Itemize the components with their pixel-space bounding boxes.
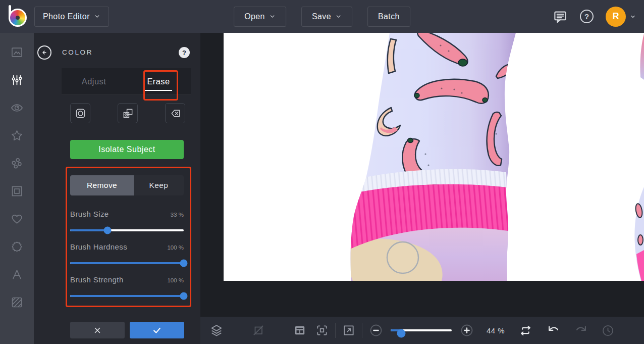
keep-mode-button[interactable]: Keep [134, 175, 184, 195]
tool-sidebar [0, 33, 34, 344]
color-panel: COLOR ? Adjust Erase Isolate Subject Rem… [34, 33, 200, 344]
sidebar-item-badge[interactable] [0, 233, 34, 261]
toolbar-divider [362, 323, 362, 338]
help-icon[interactable]: ? [580, 10, 594, 23]
sidebar-item-graphics[interactable] [0, 150, 34, 177]
cancel-button[interactable] [70, 322, 125, 338]
text-icon [10, 268, 24, 281]
crop-rotate-button[interactable] [252, 324, 265, 337]
artsy-star-icon [10, 129, 24, 142]
brush-size-label: Brush Size [70, 210, 109, 218]
open-external-icon [342, 324, 355, 337]
layout-panels-icon [293, 324, 306, 337]
save-button[interactable]: Save [301, 7, 352, 27]
tab-erase[interactable]: Erase [126, 68, 191, 94]
compare-button[interactable] [519, 324, 532, 337]
panel-help-icon[interactable]: ? [179, 47, 190, 58]
brush-strength-slider[interactable] [70, 295, 184, 297]
tab-adjust[interactable]: Adjust [62, 68, 126, 94]
befunky-logo[interactable] [8, 7, 28, 27]
effects-eye-icon [10, 101, 24, 115]
workspace: 44 % [200, 33, 644, 344]
sidebar-item-edit[interactable] [0, 66, 34, 94]
compare-icon [519, 324, 532, 337]
zoom-in-button[interactable] [460, 323, 474, 337]
brush-hardness-slider[interactable] [70, 262, 184, 264]
fit-screen-button[interactable] [315, 324, 329, 337]
back-button[interactable] [37, 45, 51, 60]
arrow-left-icon [40, 48, 48, 57]
photo-icon [10, 45, 24, 59]
sidebar-item-overlays[interactable] [0, 205, 34, 233]
brush-size-thumb[interactable] [104, 227, 112, 234]
account-menu[interactable]: R [606, 7, 636, 27]
app-menu-label: Photo Editor [43, 12, 90, 21]
remove-mode-button[interactable]: Remove [70, 175, 134, 195]
open-button[interactable]: Open [234, 7, 286, 27]
chevron-down-icon [335, 13, 342, 20]
apply-button[interactable] [130, 322, 184, 338]
feedback-chat-icon[interactable] [553, 9, 568, 24]
brush-strength-thumb[interactable] [180, 292, 188, 300]
brush-hardness-thumb[interactable] [180, 260, 188, 267]
toolbar-divider [335, 323, 336, 338]
brush-hardness-label: Brush Hardness [70, 242, 127, 251]
chevron-down-icon [269, 13, 276, 20]
canvas-zoom-slider[interactable] [391, 326, 452, 334]
invert-mask-icon [122, 108, 134, 119]
brush-size-slider-row: Brush Size 33 % [70, 210, 184, 234]
textures-icon [10, 296, 24, 309]
undo-button[interactable] [547, 324, 560, 337]
canvas-zoom-thumb[interactable] [397, 329, 405, 338]
brush-size-value: 33 % [171, 212, 184, 218]
panel-tabs: Adjust Erase [62, 68, 191, 95]
clear-mask-tool-button[interactable] [165, 103, 185, 123]
fit-screen-icon [315, 324, 329, 337]
invert-mask-tool-button[interactable] [118, 103, 138, 123]
sidebar-item-text[interactable] [0, 261, 34, 288]
redo-icon [574, 324, 588, 337]
open-external-button[interactable] [342, 324, 355, 337]
brush-select-icon [75, 108, 86, 119]
layout-panels-button[interactable] [293, 324, 306, 337]
frames-icon [10, 184, 24, 198]
brush-strength-label: Brush Strength [70, 275, 124, 284]
chevron-down-icon [94, 13, 100, 20]
close-icon [93, 326, 102, 335]
brush-size-slider[interactable] [70, 229, 184, 231]
avatar[interactable]: R [606, 7, 626, 27]
brush-select-tool-button[interactable] [70, 103, 90, 123]
zoom-out-button[interactable] [369, 323, 383, 337]
graphics-shapes-icon [10, 157, 24, 170]
overlays-heart-icon [10, 212, 24, 226]
check-icon [152, 325, 162, 335]
batch-button[interactable]: Batch [367, 7, 410, 27]
sidebar-item-textures[interactable] [0, 288, 34, 316]
history-button[interactable] [601, 324, 615, 337]
layers-icon [209, 323, 224, 337]
zoom-level: 44 % [485, 326, 507, 335]
sidebar-item-frames[interactable] [0, 177, 34, 205]
app-menu-dropdown[interactable]: Photo Editor [34, 7, 109, 27]
sidebar-item-artsy[interactable] [0, 122, 34, 150]
isolate-subject-button[interactable]: Isolate Subject [70, 140, 184, 159]
sidebar-item-effects[interactable] [0, 94, 34, 122]
brush-cursor [387, 242, 418, 273]
clear-backspace-icon [170, 108, 181, 119]
brush-hardness-value: 100 % [167, 244, 184, 251]
canvas[interactable] [224, 33, 644, 281]
mask-mode-toggle: Remove Keep [70, 175, 184, 195]
top-bar: Photo Editor Open Save Batch ? R [0, 0, 644, 33]
panel-title: COLOR [62, 48, 93, 56]
redo-button[interactable] [574, 324, 588, 337]
sock-image [224, 33, 644, 281]
chevron-down-icon [630, 14, 636, 20]
sidebar-item-photo[interactable] [0, 38, 34, 66]
brush-hardness-slider-row: Brush Hardness 100 % [70, 242, 184, 267]
brush-strength-value: 100 % [167, 277, 184, 283]
layers-button[interactable] [209, 323, 224, 337]
undo-icon [547, 324, 560, 337]
edit-sliders-icon [10, 73, 24, 87]
bottom-toolbar: 44 % [200, 317, 644, 344]
erase-tools-row [70, 103, 185, 123]
